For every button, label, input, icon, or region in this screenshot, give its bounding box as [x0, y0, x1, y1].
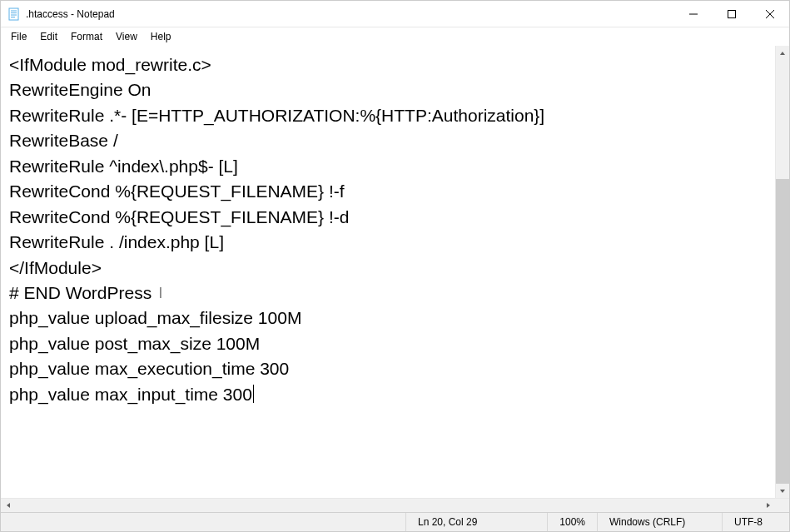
scroll-left-button[interactable] [1, 499, 15, 512]
svg-rect-6 [728, 10, 736, 17]
vertical-scroll-thumb[interactable] [776, 179, 789, 484]
chevron-up-icon [779, 50, 786, 57]
scroll-right-button[interactable] [761, 499, 775, 512]
vertical-scroll-track[interactable] [776, 60, 789, 484]
status-zoom: 100% [548, 513, 598, 531]
menu-view[interactable]: View [109, 29, 144, 44]
window-title: .htaccess - Notepad [26, 8, 674, 20]
scroll-corner [775, 499, 789, 512]
editor-line: RewriteCond %{REQUEST_FILENAME} !-d [9, 205, 767, 230]
notepad-window: .htaccess - Notepad File Edit Format Vie… [0, 0, 790, 532]
menu-file[interactable]: File [4, 29, 33, 44]
chevron-down-icon [779, 488, 786, 495]
chevron-right-icon [765, 502, 772, 509]
editor-line: php_value post_max_size 100M [9, 331, 767, 356]
editor-line: RewriteRule .*- [E=HTTP_AUTHORIZATION:%{… [9, 103, 767, 128]
minimize-button[interactable] [674, 1, 713, 27]
editor-line: RewriteRule . /index.php [L] [9, 230, 767, 255]
editor-line: </IfModule> [9, 256, 767, 281]
editor-line: RewriteRule ^index\.php$- [L] [9, 154, 767, 179]
menu-edit[interactable]: Edit [33, 29, 64, 44]
notepad-app-icon [7, 7, 21, 21]
svg-marker-12 [767, 503, 770, 508]
svg-marker-11 [7, 503, 10, 508]
close-icon [766, 10, 774, 18]
close-button[interactable] [751, 1, 789, 27]
status-spacer [1, 513, 406, 531]
vertical-scrollbar[interactable] [775, 46, 789, 498]
editor-line: RewriteEngine On [9, 77, 767, 102]
editor-line: php_value max_execution_time 300 [9, 356, 767, 381]
status-cursor-position: Ln 20, Col 29 [406, 513, 548, 531]
titlebar[interactable]: .htaccess - Notepad [1, 1, 789, 27]
editor-line: php_value upload_max_filesize 100M [9, 306, 767, 331]
maximize-button[interactable] [713, 1, 751, 27]
menubar: File Edit Format View Help [1, 27, 789, 46]
svg-rect-0 [9, 8, 18, 20]
horizontal-scrollbar[interactable] [1, 498, 789, 512]
text-cursor-icon: I [158, 281, 162, 305]
editor-line: # END WordPressI [9, 281, 767, 306]
editor-line: RewriteBase / [9, 128, 767, 153]
scroll-up-button[interactable] [776, 46, 789, 60]
chevron-left-icon [5, 502, 12, 509]
editor-line: <IfModule mod_rewrite.c> [9, 52, 767, 77]
svg-marker-10 [780, 490, 785, 493]
menu-help[interactable]: Help [144, 29, 178, 44]
maximize-icon [728, 10, 736, 18]
statusbar: Ln 20, Col 29 100% Windows (CRLF) UTF-8 [1, 512, 789, 531]
svg-marker-9 [780, 52, 785, 55]
editor-line: php_value max_input_time 300 [9, 382, 767, 407]
status-encoding: UTF-8 [723, 513, 789, 531]
menu-format[interactable]: Format [64, 29, 109, 44]
scroll-down-button[interactable] [776, 484, 789, 498]
minimize-icon [689, 10, 698, 18]
window-controls [674, 1, 789, 27]
horizontal-scroll-track[interactable] [15, 499, 761, 512]
text-editor[interactable]: <IfModule mod_rewrite.c>RewriteEngine On… [1, 46, 775, 498]
editor-line: RewriteCond %{REQUEST_FILENAME} !-f [9, 179, 767, 204]
content-area: <IfModule mod_rewrite.c>RewriteEngine On… [1, 46, 789, 498]
status-line-ending: Windows (CRLF) [598, 513, 723, 531]
